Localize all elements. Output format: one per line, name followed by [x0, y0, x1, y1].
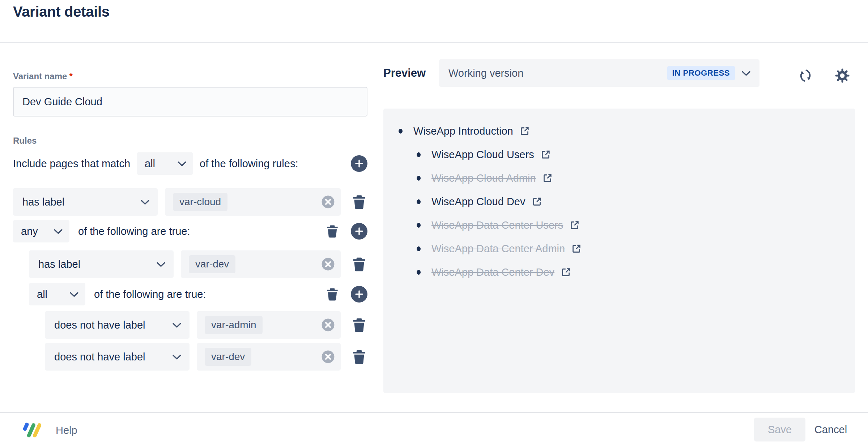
help-button[interactable]: Help — [21, 420, 77, 441]
delete-rule-button[interactable] — [351, 257, 367, 272]
footer-divider — [0, 412, 868, 413]
trash-icon — [326, 287, 339, 301]
preview-page-title: WiseApp Cloud Admin — [431, 172, 536, 184]
trash-icon — [352, 317, 366, 333]
rule-value-field[interactable]: var-cloud — [165, 188, 341, 216]
rule-row-has-label-var-dev: has label var-dev — [13, 250, 367, 278]
page-title: Variant details — [13, 4, 110, 20]
rules-intro-row: Include pages that match all of the foll… — [13, 152, 367, 175]
preview-page-title: WiseApp Data Center Users — [431, 219, 563, 231]
label-tag: var-dev — [189, 255, 235, 273]
cancel-button[interactable]: Cancel — [807, 418, 854, 441]
rule-operator-value: does not have label — [54, 351, 145, 363]
group-suffix: of the following are true: — [78, 225, 190, 237]
external-link-icon[interactable] — [540, 149, 551, 160]
preview-page-title: WiseApp Data Center Dev — [431, 266, 554, 278]
refresh-preview-button[interactable] — [798, 68, 813, 84]
top-match-select[interactable]: all — [137, 152, 193, 175]
trash-icon — [352, 257, 366, 272]
rule-value-field[interactable]: var-dev — [181, 250, 341, 278]
variant-form: Variant name* Rules Include pages that m… — [13, 71, 367, 371]
app-logo-icon — [21, 420, 48, 441]
refresh-icon — [798, 68, 813, 83]
rule-operator-select[interactable]: has label — [13, 188, 158, 216]
save-button[interactable]: Save — [754, 418, 805, 441]
rules-intro-suffix: of the following rules: — [200, 158, 298, 170]
variant-name-label-text: Variant name — [13, 71, 67, 81]
external-link-icon[interactable] — [542, 173, 553, 184]
external-link-icon[interactable] — [531, 196, 542, 207]
preview-panel: WiseApp Introduction WiseApp Cloud Users… — [383, 109, 855, 393]
chevron-down-icon — [156, 261, 166, 267]
plus-icon — [355, 227, 363, 236]
label-tag: var-dev — [205, 348, 251, 366]
rule-value-field[interactable]: var-dev — [197, 343, 341, 371]
version-select-value: Working version — [448, 67, 523, 79]
add-condition-button[interactable] — [351, 223, 367, 240]
gear-icon — [834, 67, 851, 84]
group-match-select[interactable]: any — [13, 220, 69, 242]
external-link-icon[interactable] — [569, 220, 580, 231]
variant-name-input[interactable] — [13, 87, 367, 117]
group-match-select[interactable]: all — [29, 283, 85, 305]
header-divider — [0, 42, 868, 43]
rule-row-has-label-var-cloud: has label var-cloud — [13, 188, 367, 216]
preview-page-item: WiseApp Data Center Users — [399, 214, 855, 237]
preview-page-title: WiseApp Introduction — [413, 125, 513, 137]
bullet-icon — [417, 176, 421, 181]
rule-operator-select[interactable]: does not have label — [45, 343, 190, 371]
remove-label-icon[interactable] — [321, 350, 335, 364]
bullet-icon — [417, 246, 421, 251]
rule-group-all: all of the following are true: — [13, 283, 367, 305]
trash-icon — [352, 194, 366, 210]
remove-label-icon[interactable] — [321, 318, 335, 332]
delete-group-button[interactable] — [324, 224, 341, 238]
delete-group-button[interactable] — [324, 287, 341, 301]
label-tag: var-admin — [205, 316, 263, 334]
chevron-down-icon — [741, 70, 751, 76]
trash-icon — [352, 349, 366, 364]
preview-page-title: WiseApp Cloud Users — [431, 149, 534, 161]
preview-page-item: WiseApp Cloud Admin — [399, 166, 855, 190]
variant-name-label: Variant name* — [13, 71, 367, 82]
preview-page-item: WiseApp Cloud Dev — [399, 190, 855, 214]
remove-label-icon[interactable] — [321, 195, 335, 209]
add-condition-button[interactable] — [351, 286, 367, 303]
rule-operator-select[interactable]: has label — [29, 250, 174, 278]
preview-label: Preview — [383, 67, 426, 80]
version-select[interactable]: Working version IN PROGRESS — [439, 59, 760, 87]
chevron-down-icon — [172, 354, 182, 360]
external-link-icon[interactable] — [519, 126, 530, 137]
delete-rule-button[interactable] — [351, 349, 367, 364]
trash-icon — [326, 224, 339, 238]
delete-rule-button[interactable] — [351, 194, 367, 210]
required-asterisk: * — [69, 71, 72, 81]
remove-label-icon[interactable] — [321, 257, 335, 271]
external-link-icon[interactable] — [560, 267, 571, 278]
group-match-value: all — [37, 288, 47, 300]
bullet-icon — [417, 152, 421, 157]
preview-page-item: WiseApp Data Center Admin — [399, 237, 855, 261]
chevron-down-icon — [140, 199, 150, 205]
chevron-down-icon — [172, 322, 182, 328]
top-match-select-value: all — [145, 158, 155, 170]
preview-settings-button[interactable] — [834, 67, 851, 85]
rules-label: Rules — [13, 135, 367, 146]
rule-row-not-var-admin: does not have label var-admin — [13, 311, 367, 339]
chevron-down-icon — [177, 161, 187, 167]
preview-page-title: WiseApp Data Center Admin — [431, 243, 565, 255]
chevron-down-icon — [69, 291, 79, 297]
preview-page-item: WiseApp Data Center Dev — [399, 261, 855, 284]
rule-operator-select[interactable]: does not have label — [45, 311, 190, 339]
rule-operator-value: does not have label — [54, 319, 145, 331]
rule-value-field[interactable]: var-admin — [197, 311, 341, 339]
preview-page-title: WiseApp Cloud Dev — [431, 196, 526, 208]
rule-row-not-var-dev: does not have label var-dev — [13, 343, 367, 371]
add-rule-button[interactable] — [351, 155, 367, 172]
rules-intro-prefix: Include pages that match — [13, 158, 130, 170]
preview-page-item: WiseApp Cloud Users — [399, 143, 855, 166]
external-link-icon[interactable] — [571, 243, 582, 254]
label-tag: var-cloud — [173, 193, 227, 211]
delete-rule-button[interactable] — [351, 317, 367, 333]
bullet-icon — [417, 199, 421, 204]
